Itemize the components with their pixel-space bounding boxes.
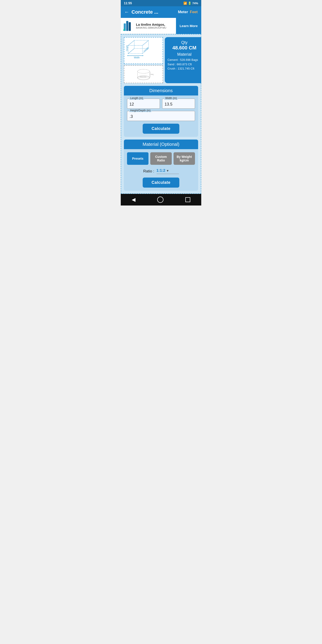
unit-switcher: Meter Feet	[178, 10, 198, 14]
cement-value: Cement : 528.698 Bags	[168, 58, 201, 62]
battery-percent: 74%	[192, 2, 198, 5]
box-diagram-svg: Width Length Height	[126, 38, 161, 63]
wifi-icon: 📶	[183, 2, 187, 5]
shape-results-row: Width Length Height Diameter	[124, 37, 198, 83]
svg-marker-9	[127, 55, 128, 56]
length-group: Length (m)	[127, 98, 160, 109]
length-width-row: Length (m) Width (m)	[127, 98, 195, 109]
svg-point-14	[138, 69, 150, 73]
svg-marker-3	[123, 28, 124, 30]
box-diagram[interactable]: Width Length Height	[124, 37, 163, 64]
height-group: Height/Depth (m)	[127, 111, 195, 121]
svg-rect-2	[129, 22, 131, 31]
home-nav-button[interactable]	[154, 195, 167, 204]
svg-text:Height: Height	[150, 73, 154, 75]
back-nav-button[interactable]: ◀	[128, 196, 139, 204]
dimensions-calculate-button[interactable]: Calculate	[143, 124, 180, 134]
status-time: 11:55	[124, 1, 132, 5]
svg-text:Height: Height	[126, 45, 128, 51]
svg-marker-5	[128, 40, 134, 54]
svg-rect-0	[126, 21, 128, 31]
qty-label: Qty	[168, 40, 201, 45]
by-weight-button[interactable]: By Weight kg/cm	[174, 152, 195, 165]
material-body: Presets Custom Ratio By Weight kg/cm Rat…	[124, 149, 198, 191]
presets-button[interactable]: Presets	[127, 152, 148, 165]
ad-subtitle: BANKING.SBMGROUP.MU	[136, 26, 174, 29]
back-triangle-icon: ◀	[132, 197, 136, 202]
learn-more-button[interactable]: Learn More	[176, 18, 201, 34]
preset-buttons-row: Presets Custom Ratio By Weight kg/cm	[127, 152, 195, 165]
sand-value: Sand : 660.873 Cft	[168, 62, 201, 67]
dimensions-body: Length (m) Width (m) Height/Depth (m) Ca…	[124, 96, 198, 137]
width-group: Width (m)	[162, 98, 195, 109]
cylinder-diagram[interactable]: Diameter Height	[124, 65, 163, 83]
ad-title: La tirelire Amigos,	[136, 22, 174, 26]
meter-unit-button[interactable]: Meter	[178, 10, 188, 14]
ad-logo	[121, 18, 134, 34]
home-circle-icon	[157, 196, 164, 203]
dimensions-section: Dimensions Length (m) Width (m) Height/D…	[124, 86, 198, 137]
status-right: 📶 🔋 74%	[183, 2, 198, 5]
ratio-value: 1:1:2	[156, 168, 166, 173]
height-input[interactable]	[127, 111, 195, 121]
width-input[interactable]	[162, 98, 195, 109]
top-nav: ← Concrete ... Meter Feet	[121, 6, 201, 18]
qty-value: 48.600 CM	[168, 45, 201, 51]
bottom-nav: ◀	[121, 194, 201, 206]
material-calculate-button[interactable]: Calculate	[143, 178, 180, 188]
feet-unit-button[interactable]: Feet	[190, 10, 198, 14]
width-label: Width (m)	[164, 96, 178, 100]
ad-banner: La tirelire Amigos, BANKING.SBMGROUP.MU …	[121, 18, 201, 34]
ratio-row: Ratio : 1:1:2 ▼	[127, 168, 195, 174]
dimensions-header: Dimensions	[124, 86, 198, 96]
chevron-down-icon: ▼	[166, 169, 169, 172]
svg-marker-10	[142, 55, 144, 56]
battery-icon: 🔋	[188, 2, 192, 5]
crush-value: Crush : 1321.745 Cft	[168, 66, 201, 71]
shape-diagrams: Width Length Height Diameter	[124, 37, 163, 83]
material-label: Material	[168, 52, 201, 57]
svg-text:Diameter: Diameter	[140, 76, 146, 78]
recent-square-icon	[185, 197, 190, 202]
ratio-label: Ratio :	[143, 169, 154, 174]
ratio-select-wrapper[interactable]: 1:1:2 ▼	[156, 168, 179, 174]
results-box: Qty 48.600 CM Material Cement : 528.698 …	[165, 37, 201, 83]
svg-text:Width: Width	[134, 56, 140, 59]
status-bar: 11:55 📶 🔋 74%	[121, 0, 201, 6]
material-header: Material (Optional)	[124, 140, 198, 149]
recent-nav-button[interactable]	[182, 196, 194, 204]
cylinder-diagram-svg: Diameter Height	[134, 67, 154, 82]
custom-ratio-button[interactable]: Custom Ratio	[150, 152, 172, 165]
material-section: Material (Optional) Presets Custom Ratio…	[124, 140, 198, 191]
main-content: Width Length Height Diameter	[121, 34, 201, 194]
page-title: Concrete ...	[132, 9, 158, 15]
nav-left: ← Concrete ...	[124, 9, 158, 15]
ad-logo-svg	[122, 20, 132, 32]
back-button[interactable]: ←	[124, 9, 129, 15]
length-input[interactable]	[127, 98, 160, 109]
length-label: Length (m)	[129, 96, 144, 100]
ad-text: La tirelire Amigos, BANKING.SBMGROUP.MU	[134, 21, 176, 31]
height-label: Height/Depth (m)	[129, 109, 152, 112]
cement-result: Cement : 528.698 Bags Sand : 660.873 Cft…	[168, 58, 201, 71]
svg-text:Length: Length	[143, 46, 149, 52]
